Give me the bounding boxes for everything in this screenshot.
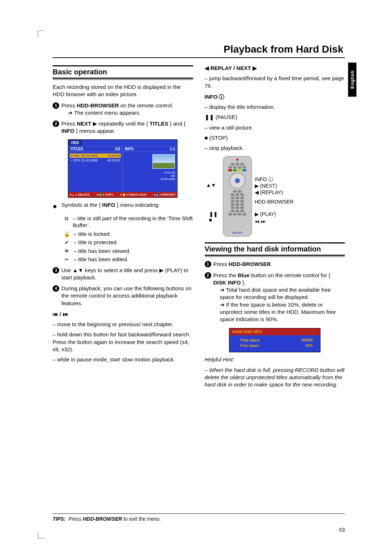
step-number: 2 xyxy=(53,120,59,127)
scissors-icon: ✂ xyxy=(64,256,70,263)
step-number: 1 xyxy=(205,261,211,267)
skip-desc-3: – while in pause mode, start slow motion… xyxy=(53,356,193,363)
heading-rule xyxy=(53,65,193,66)
disk-info-screenshot: HARD DISK INFO Total space400GB Free spa… xyxy=(229,328,320,352)
heading-rule xyxy=(205,242,345,243)
hdd-titles-list: ● ABC 28.02.200513:01:00 ○ EFG 31.03.200… xyxy=(68,152,123,192)
hdd-info-panel: 13:01:00 M6 28.02.2005 xyxy=(123,152,177,192)
view-result-1: ➔ Total hard disk space and the availabl… xyxy=(213,286,345,301)
view-result-2: ➔ If the free space is below 10%, delete… xyxy=(213,301,345,323)
content-columns: Basic operation Each recording stored on… xyxy=(53,65,345,391)
page-title: Playback from Hard Disk xyxy=(53,44,345,55)
step-number: 1 xyxy=(53,102,59,109)
callout-next: ▶ (NEXT) xyxy=(255,183,277,189)
skip-desc-2: – hold down this button for fast backwar… xyxy=(53,331,193,353)
crop-mark-bl xyxy=(38,532,45,538)
intro-text: Each recording stored on the HDD is disp… xyxy=(53,83,193,98)
remote-icon: PHILIPS xyxy=(223,156,252,237)
heading-rule-thin xyxy=(53,79,193,80)
callout-hdd: HDD-BROWSER xyxy=(255,199,294,205)
left-column: Basic operation Each recording stored on… xyxy=(53,65,193,391)
helpful-hint-label: Helpful Hint: xyxy=(205,356,345,363)
thumbnail-icon xyxy=(152,154,175,169)
symbol-protected: ✔– title is protected. xyxy=(64,239,193,246)
hdd-top: HDD xyxy=(68,140,177,146)
buffer-icon: ⧉ xyxy=(64,215,69,222)
pause-desc: – view a still picture. xyxy=(205,124,345,131)
manual-page: English Playback from Hard Disk Basic op… xyxy=(0,0,392,553)
symbol-locked: 🔒– title is locked. xyxy=(64,230,193,238)
footer-tip: TIPS: Press HDD-BROWSER to exit the menu… xyxy=(53,513,345,522)
heading-rule-thin xyxy=(205,257,345,257)
callout-pause: ❚❚ xyxy=(209,211,218,217)
check-icon: ✔ xyxy=(64,239,70,246)
view-step-1: 1 Press HDD-BROWSER. xyxy=(205,261,345,268)
right-column: ◀ REPLAY / NEXT ▶ – jump backward/forwar… xyxy=(205,65,345,391)
step-number: 4 xyxy=(53,285,59,292)
heading-rule xyxy=(205,255,345,256)
callout-updown: ▲▼ xyxy=(206,182,216,188)
hdd-header-row: TITLES2/2 INFO1-1 xyxy=(68,146,177,152)
step-body: Press HDD-BROWSER on the remote control.… xyxy=(61,102,193,117)
step-number: 2 xyxy=(205,272,211,279)
title-rule xyxy=(53,57,345,58)
callout-play: ▶ (PLAY) xyxy=(255,211,276,217)
step-2: 2 Press NEXT ▶ repeatedly until the { TI… xyxy=(53,120,193,135)
step-result: ➔ The content menu appears. xyxy=(61,109,193,116)
step-4: 4 During playback, you can use the follo… xyxy=(53,285,193,307)
step-body: Press NEXT ▶ repeatedly until the { TITL… xyxy=(61,120,193,135)
replay-desc: – jump backward/forward by a fixed time … xyxy=(205,75,345,90)
step-3: 3 Use ▲▼ keys to select a title and pres… xyxy=(53,267,193,282)
callout-stop: ■ xyxy=(209,217,212,223)
crop-mark-tl xyxy=(38,30,45,37)
lock-icon: 🔒 xyxy=(64,231,70,237)
info-desc: – display the title information. xyxy=(205,103,345,111)
replay-heading: ◀ REPLAY / NEXT ▶ xyxy=(205,65,345,72)
hdd-footer: DELETE COPY CHILD LOCK PROTECT xyxy=(68,192,177,197)
bullet-info: ● Symbols at the { INFO } menu indicatin… xyxy=(53,201,193,211)
pause-heading: ❚❚ (PAUSE) xyxy=(205,114,345,121)
section-basic-operation: Basic operation xyxy=(53,68,193,77)
view-step-2: 2 Press the Blue button on the remote co… xyxy=(205,272,345,323)
callout-replay: ◀ (REPLAY) xyxy=(255,189,283,195)
symbol-viewed: 👁– title has been viewed. xyxy=(64,247,193,255)
disk-info-header: HARD DISK INFO xyxy=(229,328,320,335)
eye-icon: 👁 xyxy=(64,248,70,254)
remote-illustration: PHILIPS ▲▼ ❚❚ ■ INFO ⓘ ▶ (NEXT) ◀ (REPLA… xyxy=(205,156,345,237)
helpful-hint-text: – When the hard disk is full, pressing R… xyxy=(205,366,345,389)
symbol-edited: ✂– title has been edited. xyxy=(64,256,193,263)
step-1: 1 Press HDD-BROWSER on the remote contro… xyxy=(53,102,193,117)
page-number: 53 xyxy=(339,527,345,533)
skip-desc-1: – move to the beginning or previous/ nex… xyxy=(53,321,193,328)
hdd-browser-screenshot: HDD TITLES2/2 INFO1-1 ● ABC 28.02.200513… xyxy=(68,139,177,198)
symbol-buffer: ⧉– title is still part of the recording … xyxy=(64,215,193,229)
step-number: 3 xyxy=(53,267,59,274)
hdd-tab: HDD xyxy=(68,140,82,146)
stop-heading: ■ (STOP) xyxy=(205,134,345,142)
stop-desc: – stop playback. xyxy=(205,144,345,152)
skip-heading: ⏮ / ⏭ xyxy=(53,311,193,318)
section-viewing-hdd-info: Viewing the hard disk information xyxy=(205,245,345,254)
callout-info: INFO ⓘ xyxy=(255,176,273,183)
language-tab: English xyxy=(348,62,356,97)
heading-rule xyxy=(53,78,193,79)
info-heading: INFO ⓘ xyxy=(205,93,345,101)
callout-skip: ⏮ ⏭ xyxy=(255,218,266,224)
